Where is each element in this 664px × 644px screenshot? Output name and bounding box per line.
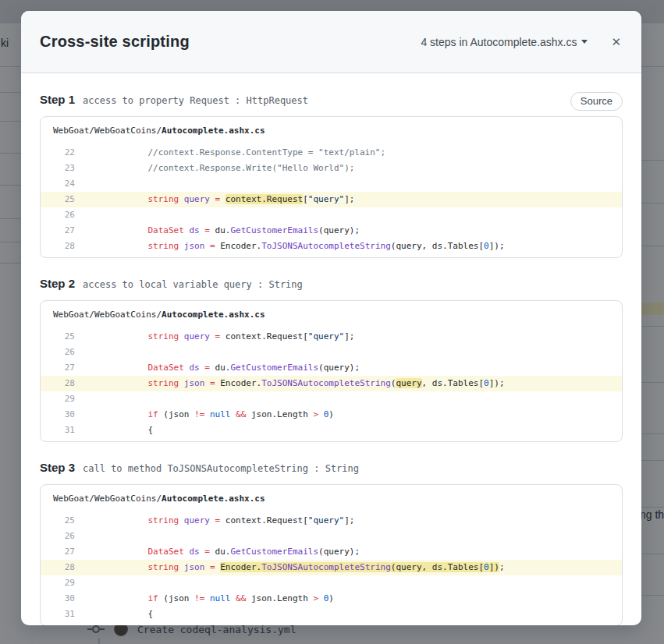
source-badge[interactable]: Source: [570, 92, 623, 111]
code-line: 31 {: [41, 607, 622, 622]
code-line: 23 //context.Response.Write("Hello World…: [41, 161, 622, 176]
steps-file-dropdown[interactable]: 4 steps in Autocomplete.ashx.cs: [421, 36, 588, 48]
line-number: 28: [41, 376, 75, 391]
step-label: Step 3: [40, 461, 75, 474]
code-line: 29: [41, 575, 622, 591]
step-description: access to property Request : HttpRequest: [83, 95, 308, 106]
steps-dropdown-label: 4 steps in Autocomplete.ashx.cs: [421, 36, 577, 48]
line-number: 25: [41, 329, 75, 345]
line-number: 31: [41, 423, 75, 438]
code-text: string json = Encoder.ToJSONSAutocomplet…: [75, 560, 505, 575]
code-line: 31 {: [41, 423, 622, 438]
code-text: [75, 176, 86, 192]
file-path-prefix: WebGoat/WebGoatCoins/: [53, 310, 162, 320]
file-path: WebGoat/WebGoatCoins/Autocomplete.ashx.c…: [41, 125, 622, 145]
code-text: {: [75, 607, 153, 622]
steps-scroll-area[interactable]: Step 1access to property Request : HttpR…: [21, 73, 641, 625]
line-number: 30: [41, 407, 75, 423]
step-label: Step 2: [40, 277, 75, 290]
code-text: [75, 345, 86, 360]
line-number: 26: [41, 529, 75, 544]
line-number: 29: [41, 391, 75, 407]
step-section-1: Step 1access to property Request : HttpR…: [40, 93, 623, 258]
code-line: 28 string json = Encoder.ToJSONSAutocomp…: [41, 239, 622, 254]
code-snippet-block: WebGoat/WebGoatCoins/Autocomplete.ashx.c…: [40, 484, 623, 625]
code-text: if (json != null && json.Length > 0): [75, 591, 334, 607]
line-number: 26: [41, 207, 75, 223]
line-number: 26: [41, 345, 75, 360]
close-icon[interactable]: ✕: [611, 36, 621, 48]
code-line: 26: [41, 207, 622, 223]
file-path: WebGoat/WebGoatCoins/Autocomplete.ashx.c…: [41, 493, 622, 513]
step-section-2: Step 2access to local variable query : S…: [40, 277, 623, 442]
file-path: WebGoat/WebGoatCoins/Autocomplete.ashx.c…: [41, 309, 622, 329]
code-text: [75, 529, 86, 544]
file-path-prefix: WebGoat/WebGoatCoins/: [53, 494, 162, 504]
code-line: 26: [41, 529, 622, 544]
code-text: string query = context.Request["query"];: [75, 329, 354, 345]
line-number: 28: [41, 239, 75, 254]
line-number: 24: [41, 176, 75, 192]
file-name: Autocomplete.ashx.cs: [162, 494, 265, 504]
code-text: string query = context.Request["query"];: [75, 513, 354, 529]
line-number: 30: [41, 591, 75, 607]
code-line: 30 if (json != null && json.Length > 0): [41, 407, 622, 423]
file-name: Autocomplete.ashx.cs: [162, 310, 265, 320]
line-number: 27: [41, 223, 75, 239]
code-line: 27 DataSet ds = du.GetCustomerEmails(que…: [41, 360, 622, 376]
code-line: 30 if (json != null && json.Length > 0): [41, 591, 622, 607]
step-header: Step 1access to property Request : HttpR…: [40, 93, 623, 110]
code-text: //context.Response.ContentType = "text/p…: [75, 145, 385, 161]
line-number: 25: [41, 513, 75, 529]
file-path-prefix: WebGoat/WebGoatCoins/: [53, 126, 162, 136]
code-text: if (json != null && json.Length > 0): [75, 407, 334, 423]
file-name: Autocomplete.ashx.cs: [162, 126, 265, 136]
step-section-3: Step 3call to method ToJSONSAutocomplete…: [40, 461, 623, 625]
code-text: DataSet ds = du.GetCustomerEmails(query)…: [75, 544, 360, 560]
line-number: 28: [41, 560, 75, 575]
alert-path-modal: Cross-site scripting 4 steps in Autocomp…: [21, 11, 641, 625]
code-line: 22 //context.Response.ContentType = "tex…: [41, 145, 622, 161]
line-number: 29: [41, 575, 75, 591]
step-header: Step 3call to method ToJSONSAutocomplete…: [40, 461, 623, 478]
code-text: string json = Encoder.ToJSONSAutocomplet…: [75, 376, 505, 391]
step-header: Step 2access to local variable query : S…: [40, 277, 623, 294]
code-line: 25 string query = context.Request["query…: [41, 192, 622, 207]
code-text: string json = Encoder.ToJSONSAutocomplet…: [75, 239, 505, 254]
code-text: [75, 207, 86, 223]
code-line: 29: [41, 391, 622, 407]
modal-title: Cross-site scripting: [40, 33, 190, 51]
code-text: DataSet ds = du.GetCustomerEmails(query)…: [75, 360, 360, 376]
code-line: 26: [41, 345, 622, 360]
modal-header: Cross-site scripting 4 steps in Autocomp…: [21, 11, 641, 73]
code-line: 27 DataSet ds = du.GetCustomerEmails(que…: [41, 223, 622, 239]
line-number: 31: [41, 607, 75, 622]
code-text: string query = context.Request["query"];: [75, 192, 354, 207]
line-number: 23: [41, 161, 75, 176]
code-line: 24: [41, 176, 622, 192]
chevron-down-icon: [581, 40, 588, 44]
code-text: DataSet ds = du.GetCustomerEmails(query)…: [75, 223, 360, 239]
code-text: //context.Response.Write("Hello World");: [75, 161, 354, 176]
code-line: 27 DataSet ds = du.GetCustomerEmails(que…: [41, 544, 622, 560]
code-line: 25 string query = context.Request["query…: [41, 513, 622, 529]
code-line: 28 string json = Encoder.ToJSONSAutocomp…: [41, 560, 622, 575]
code-snippet-block: WebGoat/WebGoatCoins/Autocomplete.ashx.c…: [40, 116, 623, 258]
step-description: call to method ToJSONSAutocompleteString…: [83, 463, 359, 474]
code-line: 28 string json = Encoder.ToJSONSAutocomp…: [41, 376, 622, 391]
line-number: 25: [41, 192, 75, 207]
line-number: 27: [41, 360, 75, 376]
code-snippet-block: WebGoat/WebGoatCoins/Autocomplete.ashx.c…: [40, 300, 623, 442]
code-text: [75, 575, 86, 591]
step-description: access to local variable query : String: [83, 279, 303, 290]
line-number: 22: [41, 145, 75, 161]
line-number: 27: [41, 544, 75, 560]
code-text: {: [75, 423, 153, 438]
code-line: 25 string query = context.Request["query…: [41, 329, 622, 345]
step-label: Step 1: [40, 93, 75, 106]
code-text: [75, 391, 86, 407]
